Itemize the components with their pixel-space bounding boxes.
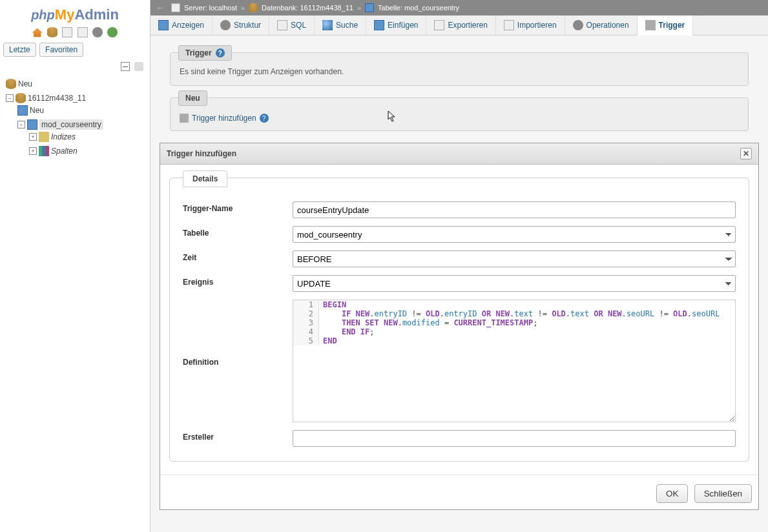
breadcrumb: ← Server: localhost » Datenbank: 16112m4… [150, 0, 768, 15]
panel-new: Neu Trigger hinzufügen ? [170, 97, 749, 131]
panel-trigger-legend: Trigger [185, 48, 212, 57]
tab-sql[interactable]: SQL [269, 15, 315, 35]
panel-trigger-list: Trigger? Es sind keine Trigger zum Anzei… [170, 52, 749, 86]
time-select[interactable]: BEFORE [293, 251, 736, 267]
definition-editor[interactable]: 1BEGIN2 IF NEW.entryID != OLD.entryID OR… [293, 300, 736, 422]
tree-new-table[interactable]: Neu [17, 105, 147, 116]
sidebar: phpMyAdmin Letzte Favoriten Neu −16112m4… [0, 0, 150, 532]
browse-icon [158, 20, 169, 30]
trigger-icon [645, 20, 656, 30]
label-table: Tabelle [180, 222, 290, 247]
database-icon [249, 3, 258, 12]
empty-trigger-note: Es sind keine Trigger zum Anzeigen vorha… [180, 67, 739, 76]
sidebar-tabs: Letzte Favoriten [0, 40, 150, 59]
add-trigger-icon [180, 114, 189, 123]
bc-table[interactable]: Tabelle: mod_courseentry [378, 4, 459, 12]
label-definition: Definition [180, 296, 290, 426]
tab-export[interactable]: Exportieren [426, 15, 495, 35]
details-legend: Details [183, 170, 227, 187]
import-icon [504, 20, 514, 30]
label-trigger-name: Trigger-Name [180, 198, 290, 222]
tab-insert[interactable]: Einfügen [366, 15, 426, 35]
label-definer: Ersteller [180, 426, 290, 451]
tab-favorites[interactable]: Favoriten [39, 43, 83, 57]
add-trigger-link[interactable]: Trigger hinzufügen ? [180, 112, 739, 124]
tree-table[interactable]: −mod_courseentry [17, 119, 147, 130]
export-icon [434, 20, 444, 30]
event-select[interactable]: UPDATE [293, 275, 736, 292]
index-icon [39, 132, 49, 142]
collapse-all-icon[interactable] [121, 62, 130, 71]
home-icon[interactable] [32, 27, 43, 37]
tab-triggers[interactable]: Trigger [638, 15, 694, 36]
search-icon [322, 20, 333, 30]
label-time: Zeit [180, 247, 290, 271]
tree-indexes[interactable]: +Indizes [29, 132, 147, 142]
ok-button[interactable]: OK [656, 484, 688, 503]
tree-new-db[interactable]: Neu [6, 79, 147, 89]
server-icon [171, 3, 180, 12]
sql-icon [277, 20, 287, 30]
tab-import[interactable]: Importieren [496, 15, 565, 35]
bc-server[interactable]: Server: localhost [184, 4, 237, 12]
table-icon [365, 3, 374, 12]
sidebar-toolbar [0, 25, 150, 40]
main-tabs: Anzeigen Struktur SQL Suche Einfügen Exp… [150, 15, 768, 36]
nav-tree: Neu −16112m4438_11 Neu −mod_courseentry … [0, 77, 150, 162]
definer-input[interactable] [293, 430, 736, 447]
tab-structure[interactable]: Struktur [213, 15, 269, 35]
table-icon [27, 119, 37, 130]
sql-icon[interactable] [78, 27, 88, 37]
table-select[interactable]: mod_courseentry [293, 226, 736, 243]
dialog-close-button[interactable]: ✕ [740, 148, 752, 159]
help-icon[interactable]: ? [260, 114, 269, 123]
operations-icon [573, 20, 583, 30]
logo[interactable]: phpMyAdmin [0, 3, 150, 25]
structure-icon [220, 20, 231, 30]
tree-database[interactable]: −16112m4438_11 [6, 93, 147, 103]
link-icon[interactable] [134, 62, 143, 71]
help-icon[interactable]: ? [216, 48, 225, 57]
logout-icon[interactable] [47, 27, 57, 37]
database-icon [16, 93, 26, 103]
trigger-name-input[interactable] [293, 201, 736, 218]
docs-icon[interactable] [62, 27, 72, 37]
insert-icon [374, 20, 384, 30]
tree-columns[interactable]: +Spalten [29, 146, 147, 156]
nav-back-icon[interactable]: ← [156, 3, 165, 13]
tab-search[interactable]: Suche [315, 15, 366, 35]
reload-icon[interactable] [107, 27, 118, 37]
tab-recent[interactable]: Letzte [3, 43, 36, 57]
dialog-title: Trigger hinzufügen [167, 149, 236, 158]
tab-browse[interactable]: Anzeigen [150, 15, 213, 35]
close-button[interactable]: Schließen [694, 484, 752, 503]
tab-operations[interactable]: Operationen [565, 15, 638, 35]
add-trigger-dialog: Trigger hinzufügen ✕ Details Trigger-Nam… [160, 143, 759, 510]
settings-icon[interactable] [92, 27, 103, 37]
bc-database[interactable]: Datenbank: 16112m4438_11 [262, 4, 353, 12]
panel-new-legend: Neu [185, 94, 200, 103]
label-event: Ereignis [180, 271, 290, 296]
columns-icon [39, 146, 49, 156]
